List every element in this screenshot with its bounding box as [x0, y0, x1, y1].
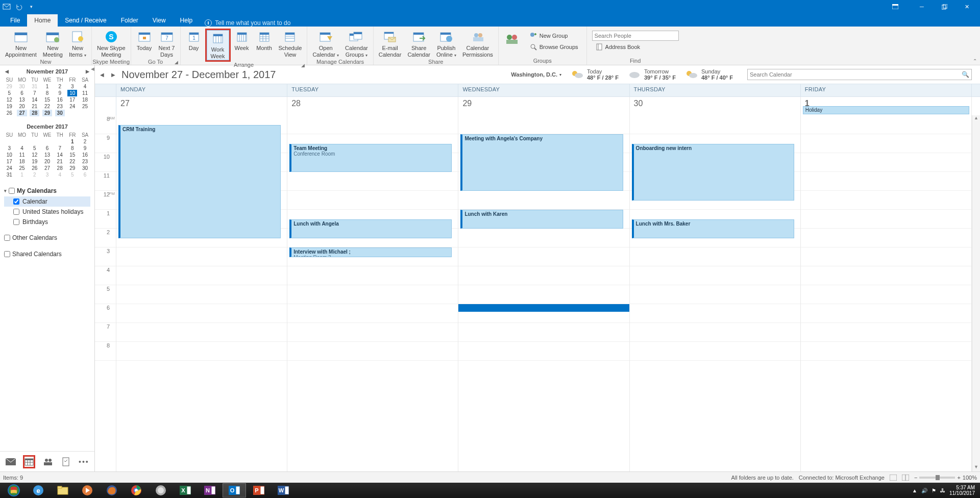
- mini-day[interactable]: 19: [28, 158, 41, 165]
- mini-day[interactable]: 2: [79, 138, 91, 145]
- mini-day[interactable]: 12: [28, 152, 41, 158]
- mini-day[interactable]: 9: [54, 90, 66, 96]
- mini-day[interactable]: 27: [16, 110, 29, 116]
- tray-chevron-icon[interactable]: ▲: [912, 488, 917, 493]
- scroll-down-icon[interactable]: ▼: [972, 464, 980, 471]
- mini-day[interactable]: [28, 138, 41, 145]
- mini-day[interactable]: 21: [54, 158, 66, 165]
- mini-day[interactable]: 7: [54, 145, 66, 152]
- taskbar-ie[interactable]: e: [27, 483, 50, 497]
- work-week-view-button[interactable]: Work Week: [207, 30, 229, 60]
- mini-day[interactable]: 14: [28, 96, 41, 103]
- view-reading-icon[interactable]: [902, 475, 909, 481]
- calendar-nav-icon[interactable]: [23, 455, 35, 468]
- mini-day[interactable]: 26: [28, 165, 41, 171]
- minimize-button[interactable]: ─: [911, 0, 933, 13]
- mini-day[interactable]: 22: [66, 158, 79, 165]
- zoom-slider[interactable]: − + 100%: [914, 475, 977, 481]
- new-meeting-button[interactable]: New Meeting: [40, 29, 66, 59]
- tray-network-icon[interactable]: 🖧: [940, 488, 945, 493]
- mini-day[interactable]: 12: [3, 96, 16, 103]
- day-header-wed[interactable]: WEDNESDAY: [458, 84, 629, 96]
- mini-day[interactable]: 10: [3, 152, 16, 158]
- mini-day[interactable]: 3: [41, 171, 54, 178]
- collapse-sidebar-icon[interactable]: ◀: [91, 66, 94, 71]
- zoom-out-icon[interactable]: −: [914, 475, 917, 481]
- zoom-in-icon[interactable]: +: [957, 475, 960, 481]
- mini-day[interactable]: 6: [79, 171, 91, 178]
- mini-day[interactable]: [79, 110, 91, 116]
- dialog-launcher-icon[interactable]: ◢: [175, 60, 178, 65]
- mini-day[interactable]: 18: [16, 158, 29, 165]
- prev-week-icon[interactable]: ◀: [99, 72, 105, 78]
- today-button[interactable]: Today: [133, 29, 156, 53]
- mini-day[interactable]: 3: [66, 83, 79, 90]
- publish-online-button[interactable]: Publish Online ▾: [433, 29, 459, 59]
- open-calendar-button[interactable]: Open Calendar ▾: [309, 29, 342, 59]
- date-cell-wed[interactable]: 29: [458, 97, 629, 115]
- mini-day[interactable]: 6: [16, 90, 29, 96]
- mini-day[interactable]: 23: [54, 103, 66, 110]
- browse-groups-button[interactable]: Browse Groups: [526, 42, 581, 52]
- tab-send-receive[interactable]: Send / Receive: [58, 14, 113, 27]
- calendar-event[interactable]: Interview with Michael ; Meeting Room 3: [289, 247, 452, 257]
- tree-my-calendars[interactable]: ▾My Calendars: [4, 185, 90, 196]
- mini-day[interactable]: 20: [41, 158, 54, 165]
- taskbar-media[interactable]: [76, 483, 99, 497]
- mini-day[interactable]: 2: [54, 83, 66, 90]
- mini-day[interactable]: [66, 110, 79, 116]
- day-col-fri[interactable]: [801, 115, 972, 471]
- tree-birthdays[interactable]: Birthdays: [4, 217, 90, 227]
- next-7-days-button[interactable]: 7Next 7 Days: [156, 29, 178, 59]
- mini-day[interactable]: 30: [54, 110, 66, 116]
- share-calendar-button[interactable]: Share Calendar: [404, 29, 433, 59]
- calendar-event[interactable]: Lunch with Karen: [460, 210, 623, 229]
- tray-flag-icon[interactable]: ⚑: [932, 488, 936, 493]
- mini-day[interactable]: 30: [16, 83, 29, 90]
- mini-day[interactable]: 11: [16, 152, 29, 158]
- mini-day[interactable]: [54, 138, 66, 145]
- mini-day[interactable]: [16, 138, 29, 145]
- taskbar-excel[interactable]: X: [174, 483, 197, 497]
- mini-day[interactable]: [41, 138, 54, 145]
- maximize-button[interactable]: [933, 0, 955, 13]
- tasks-icon[interactable]: [61, 455, 71, 468]
- mini-day[interactable]: 3: [3, 145, 16, 152]
- next-week-icon[interactable]: ▶: [110, 72, 116, 78]
- ribbon-display-options[interactable]: [884, 0, 906, 13]
- mini-day[interactable]: 25: [16, 165, 29, 171]
- mini-day[interactable]: 21: [28, 103, 41, 110]
- mini-day[interactable]: 6: [41, 145, 54, 152]
- taskbar-outlook[interactable]: O: [223, 483, 246, 497]
- new-items-button[interactable]: New Items ▾: [66, 29, 89, 59]
- month-view-button[interactable]: Month: [253, 29, 276, 53]
- day-header-thu[interactable]: THURSDAY: [630, 84, 801, 96]
- mini-day[interactable]: 26: [3, 110, 16, 116]
- mini-day[interactable]: 2: [28, 171, 41, 178]
- mini-day[interactable]: 22: [41, 103, 54, 110]
- taskbar-app[interactable]: [149, 483, 173, 497]
- mini-day[interactable]: 29: [3, 83, 16, 90]
- close-button[interactable]: ✕: [955, 0, 978, 13]
- start-button[interactable]: [2, 483, 26, 497]
- mini-day[interactable]: 15: [66, 152, 79, 158]
- mini-day[interactable]: 8: [41, 90, 54, 96]
- mini-day[interactable]: 5: [3, 90, 16, 96]
- tell-me-search[interactable]: Tell me what you want to do: [200, 19, 296, 27]
- mini-day[interactable]: 29: [66, 165, 79, 171]
- mini-day[interactable]: 31: [28, 83, 41, 90]
- undo-icon[interactable]: [14, 2, 23, 11]
- mini-day[interactable]: 23: [79, 158, 91, 165]
- mini-day[interactable]: 15: [41, 96, 54, 103]
- mini-day[interactable]: 1: [16, 171, 29, 178]
- mini-day[interactable]: 10: [66, 90, 79, 96]
- taskbar-word[interactable]: W: [272, 483, 295, 497]
- calendar-groups-button[interactable]: Calendar Groups ▾: [342, 29, 371, 59]
- mini-day[interactable]: 4: [54, 171, 66, 178]
- mail-icon[interactable]: [5, 455, 16, 468]
- taskbar-explorer[interactable]: [51, 483, 75, 497]
- tree-other-calendars[interactable]: Other Calendars: [4, 232, 90, 243]
- mini-day[interactable]: 16: [79, 152, 91, 158]
- mini-day[interactable]: 30: [79, 165, 91, 171]
- mini-day[interactable]: 28: [28, 110, 41, 116]
